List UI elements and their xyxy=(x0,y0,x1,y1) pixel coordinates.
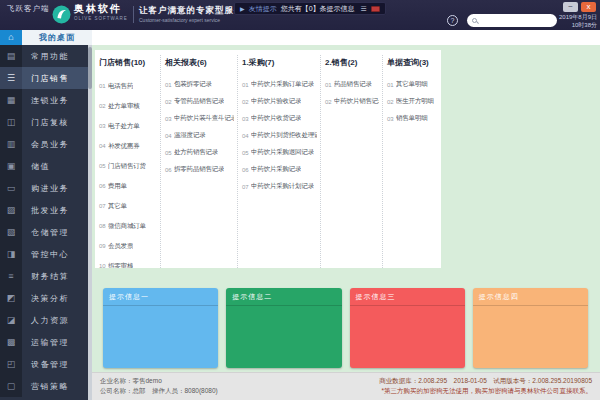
shortcut-row: 07中药饮片采购计划记录 xyxy=(242,178,317,195)
shortcut-link[interactable]: 其它单 xyxy=(108,202,127,211)
finance-icon: ≡ xyxy=(0,265,22,287)
shortcut-row: 07其它单 xyxy=(99,196,157,216)
slogan: 让客户满意的专家型服务 Customer-satisfactory expert… xyxy=(139,5,244,25)
shortcut-row: 01其它单明细 xyxy=(387,76,438,93)
sidebar-item-14[interactable]: ▩运输管理 xyxy=(0,331,88,353)
shortcut-link[interactable]: 中药饮片销售记录 xyxy=(334,97,379,106)
notice-text: 您共有【0】条提示信息 xyxy=(281,4,355,14)
sidebar-item-label: 决策分析 xyxy=(22,287,88,309)
shortcut-link[interactable]: 处方药销售记录 xyxy=(174,148,218,157)
shortcut-panel: 门店销售(10)01电话售药02处方单审核03电子处方单04补发优惠券05门店销… xyxy=(95,50,441,268)
sidebar-item-11[interactable]: ≡财务结算 xyxy=(0,265,88,287)
sidebar-item-15[interactable]: ◰设备管理 xyxy=(0,353,88,375)
warehouse-icon: ▧ xyxy=(0,221,22,243)
sidebar-item-16[interactable]: ▢营销策略 xyxy=(0,375,88,397)
sidebar-item-1[interactable]: ▤常用功能 xyxy=(0,45,88,67)
sidebar-item-2[interactable]: ☰门店销售 xyxy=(0,67,88,89)
info-card-3[interactable]: 提示信息三 xyxy=(350,288,465,368)
shortcut-link[interactable]: 包装拆零记录 xyxy=(174,80,212,89)
shortcut-link[interactable]: 补发优惠券 xyxy=(108,142,140,151)
item-number: 02 xyxy=(165,99,174,105)
sidebar-item-5[interactable]: ▥会员业务 xyxy=(0,133,88,155)
tab-my-desktop[interactable]: 我的桌面 xyxy=(22,30,92,45)
shortcut-link[interactable]: 中药饮片采购计划记录 xyxy=(251,182,314,191)
shortcut-link[interactable]: 拆零审核 xyxy=(108,262,133,269)
help-icon[interactable]: ? xyxy=(447,15,458,26)
item-number: 03 xyxy=(99,123,108,129)
column-header: 单据查询(3) xyxy=(387,57,438,68)
shortcut-link[interactable]: 中药饮片验收记录 xyxy=(251,97,301,106)
shortcut-link[interactable]: 专管药品销售记录 xyxy=(174,97,224,106)
item-number: 04 xyxy=(165,133,174,139)
shortcut-link[interactable]: 中药饮片采购记录 xyxy=(251,165,301,174)
shortcut-link[interactable]: 处方单审核 xyxy=(108,102,140,111)
sidebar-item-label: 批发业务 xyxy=(22,199,88,221)
statusbar-left: 企业名称：零售demo 公司名称：总部 操作人员：8080(8080) xyxy=(100,376,218,400)
menu-icon[interactable]: ☰ xyxy=(361,5,367,13)
sidebar-item-12[interactable]: ◩决策分析 xyxy=(0,287,88,309)
sidebar-item-3[interactable]: ▦连锁业务 xyxy=(0,89,88,111)
info-card-2[interactable]: 提示信息二 xyxy=(226,288,341,368)
sidebar-item-8[interactable]: ▨批发业务 xyxy=(0,199,88,221)
shortcut-link[interactable]: 中药饮片采购退回记录 xyxy=(251,148,314,157)
sidebar-item-13[interactable]: ◪人力资源 xyxy=(0,309,88,331)
sidebar-item-label: 购进业务 xyxy=(22,177,88,199)
sidebar-item-label: 仓储管理 xyxy=(22,221,88,243)
shortcut-link[interactable]: 其它单明细 xyxy=(396,80,428,89)
shortcut-row: 02医生开方明细 xyxy=(387,93,438,110)
card-title: 提示信息四 xyxy=(473,288,588,306)
marketing-icon: ▢ xyxy=(0,375,22,397)
app-window: 飞跃客户端 奥林软件 OLIVE SOFTWARE 让客户满意的专家型服务 Cu… xyxy=(0,0,600,400)
sidebar-item-4[interactable]: ◫门店复核 xyxy=(0,111,88,133)
shortcut-row: 06费用单 xyxy=(99,176,157,196)
play-icon[interactable]: ▶ xyxy=(240,5,245,12)
info-card-4[interactable]: 提示信息四 xyxy=(473,288,588,368)
panel-column-4: 2.销售(2)01药品销售记录02中药饮片销售记录 xyxy=(321,55,383,268)
shortcut-link[interactable]: 微信商城订单 xyxy=(108,222,146,231)
close-button[interactable]: x xyxy=(581,2,596,12)
minimize-button[interactable]: − xyxy=(563,2,578,12)
item-number: 05 xyxy=(99,163,108,169)
shortcut-row: 02中药饮片销售记录 xyxy=(325,93,379,110)
shortcut-link[interactable]: 电子处方单 xyxy=(108,122,140,131)
shortcut-link[interactable]: 中药饮片到货拒收处理记录单 xyxy=(251,131,317,140)
card-title: 提示信息二 xyxy=(226,288,341,306)
transport-icon: ▩ xyxy=(0,331,22,353)
sidebar-item-9[interactable]: ▧仓储管理 xyxy=(0,221,88,243)
sidebar-item-label: 设备管理 xyxy=(22,353,88,375)
shortcut-link[interactable]: 中药饮片收货记录 xyxy=(251,114,301,123)
shortcut-link[interactable]: 中药饮片装斗查斗记录 xyxy=(174,114,234,123)
slogan-cn: 让客户满意的专家型服务 xyxy=(139,5,244,15)
shortcut-row: 03中药饮片装斗查斗记录 xyxy=(165,110,234,127)
shortcut-link[interactable]: 会员发票 xyxy=(108,242,133,251)
flag-icon[interactable] xyxy=(371,6,380,12)
shortcut-row: 04中药饮片到货拒收处理记录单 xyxy=(242,127,317,144)
shortcut-link[interactable]: 费用单 xyxy=(108,182,127,191)
shortcut-row: 04补发优惠券 xyxy=(99,136,157,156)
shortcut-link[interactable]: 门店销售订货 xyxy=(108,162,146,171)
sidebar-item-label: 会员业务 xyxy=(22,133,88,155)
sidebar-item-10[interactable]: ◨管控中心 xyxy=(0,243,88,265)
search-box[interactable] xyxy=(467,14,557,27)
shortcut-link[interactable]: 医生开方明细 xyxy=(396,97,434,106)
panel-column-1: 门店销售(10)01电话售药02处方单审核03电子处方单04补发优惠券05门店销… xyxy=(95,55,161,268)
company-name: 企业名称：零售demo xyxy=(100,376,218,386)
stored-value-icon: ▣ xyxy=(0,155,22,177)
shortcut-link[interactable]: 中药饮片采购订单记录 xyxy=(251,80,314,89)
search-input[interactable] xyxy=(480,16,552,25)
status-bar: 企业名称：零售demo 公司名称：总部 操作人员：8080(8080) 商业数据… xyxy=(92,372,600,400)
sidebar-item-7[interactable]: ▭购进业务 xyxy=(0,177,88,199)
sidebar: ⌂ 我的桌面 ▤常用功能☰门店销售▦连锁业务◫门店复核▥会员业务▣储值▭购进业务… xyxy=(0,30,92,400)
tab-row: ⌂ 我的桌面 xyxy=(0,30,92,45)
sidebar-item-label: 运输管理 xyxy=(22,331,88,353)
home-button[interactable]: ⌂ xyxy=(0,30,22,45)
device-icon: ◰ xyxy=(0,353,22,375)
shortcut-link[interactable]: 拆零药品销售记录 xyxy=(174,165,224,174)
sidebar-item-label: 储值 xyxy=(22,155,88,177)
shortcut-link[interactable]: 电话售药 xyxy=(108,82,133,91)
shortcut-link[interactable]: 药品销售记录 xyxy=(334,80,372,89)
shortcut-link[interactable]: 销售单明细 xyxy=(396,114,428,123)
shortcut-link[interactable]: 温湿度记录 xyxy=(174,131,206,140)
info-card-1[interactable]: 提示信息一 xyxy=(103,288,218,368)
sidebar-item-6[interactable]: ▣储值 xyxy=(0,155,88,177)
